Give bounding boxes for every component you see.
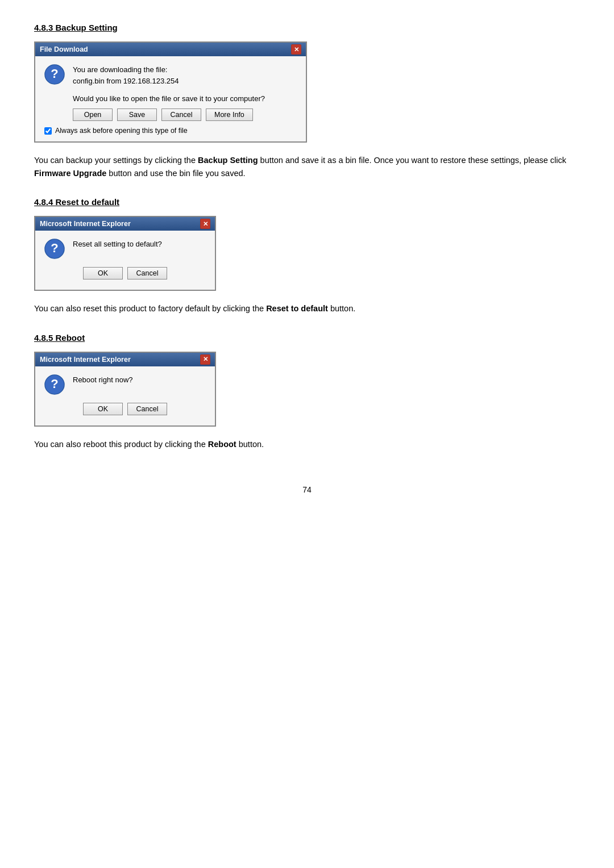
question-mark-icon-reboot: ? <box>44 374 65 395</box>
dialog-action-buttons: Open Save Cancel More Info <box>44 108 297 121</box>
dialog-ie-title-reboot: Microsoft Internet Explorer <box>40 356 131 364</box>
dialog-reboot-content-row: ? Reboot right now? <box>44 374 206 395</box>
dialog-reset-body: ? Reset all setting to default? OK Cance… <box>35 231 215 290</box>
dialog-reboot: Microsoft Internet Explorer ✕ ? Reboot r… <box>34 352 216 427</box>
svg-text:?: ? <box>51 241 58 255</box>
close-icon: ✕ <box>203 220 208 228</box>
dialog-titlebar-file-download: File Download ✕ <box>35 43 306 56</box>
download-text-line2: config.bin from 192.168.123.254 <box>73 76 179 87</box>
dialog-close-button[interactable]: ✕ <box>291 44 301 55</box>
always-ask-checkbox[interactable] <box>44 127 52 135</box>
heading-reboot: 4.8.5 Reboot <box>34 333 580 343</box>
dialog-close-button-reset[interactable]: ✕ <box>200 219 210 229</box>
section-backup-setting: 4.8.3 Backup Setting File Download ✕ ? Y… <box>34 23 580 180</box>
dialog-ie-title-reset: Microsoft Internet Explorer <box>40 220 131 228</box>
save-button[interactable]: Save <box>117 108 157 121</box>
svg-text:?: ? <box>51 66 58 81</box>
reset-body-text: You can also reset this product to facto… <box>34 302 580 315</box>
reset-message: Reset all setting to default? <box>73 239 162 250</box>
dialog-title-text: File Download <box>40 45 88 53</box>
section-reset-to-default: 4.8.4 Reset to default Microsoft Interne… <box>34 197 580 315</box>
cancel-button-reset[interactable]: Cancel <box>127 267 167 279</box>
dialog-reset-buttons: OK Cancel <box>44 267 206 279</box>
dialog-reset-default: Microsoft Internet Explorer ✕ ? Reset al… <box>34 216 216 291</box>
dialog-file-download-body: ? You are downloading the file: config.b… <box>35 56 306 141</box>
backup-body-text: You can backup your settings by clicking… <box>34 154 580 180</box>
dialog-reboot-buttons: OK Cancel <box>44 403 206 415</box>
heading-backup-setting: 4.8.3 Backup Setting <box>34 23 580 32</box>
ok-button-reboot[interactable]: OK <box>83 403 123 415</box>
question-mark-icon: ? <box>44 64 65 85</box>
download-info: You are downloading the file: config.bin… <box>73 64 179 86</box>
download-text-line1: You are downloading the file: <box>73 64 179 76</box>
download-question: Would you like to open the file or save … <box>44 94 297 103</box>
reboot-message: Reboot right now? <box>73 374 133 386</box>
dialog-reset-content-row: ? Reset all setting to default? <box>44 239 206 259</box>
question-mark-icon-reset: ? <box>44 239 65 259</box>
ok-button-reset[interactable]: OK <box>83 267 123 279</box>
cancel-button[interactable]: Cancel <box>161 108 201 121</box>
dialog-content-row: ? You are downloading the file: config.b… <box>44 64 297 86</box>
more-info-button[interactable]: More Info <box>206 108 253 121</box>
reboot-body-text: You can also reboot this product by clic… <box>34 438 580 451</box>
dialog-titlebar-reset: Microsoft Internet Explorer ✕ <box>35 217 215 231</box>
open-button[interactable]: Open <box>73 108 113 121</box>
dialog-titlebar-reboot: Microsoft Internet Explorer ✕ <box>35 353 215 366</box>
dialog-file-download: File Download ✕ ? You are downloading th… <box>34 41 307 143</box>
close-icon: ✕ <box>294 46 299 53</box>
svg-text:?: ? <box>51 377 58 391</box>
heading-reset-to-default: 4.8.4 Reset to default <box>34 197 580 207</box>
dialog-reboot-body: ? Reboot right now? OK Cancel <box>35 366 215 425</box>
close-icon: ✕ <box>203 356 208 363</box>
cancel-button-reboot[interactable]: Cancel <box>127 403 167 415</box>
section-reboot: 4.8.5 Reboot Microsoft Internet Explorer… <box>34 333 580 451</box>
always-ask-label: Always ask before opening this type of f… <box>55 127 188 135</box>
page-number: 74 <box>34 485 580 494</box>
checkbox-row: Always ask before opening this type of f… <box>44 127 297 135</box>
dialog-close-button-reboot[interactable]: ✕ <box>200 354 210 365</box>
